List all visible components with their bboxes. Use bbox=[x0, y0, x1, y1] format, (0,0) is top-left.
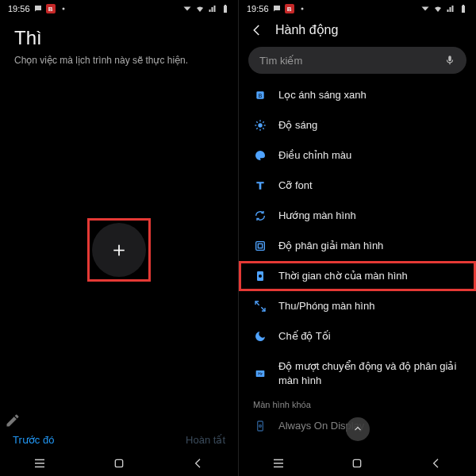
svg-line-17 bbox=[256, 121, 257, 122]
vowifi-icon bbox=[182, 4, 192, 13]
list-item-label: Thời gian chờ của màn hình bbox=[278, 269, 408, 283]
message-icon bbox=[33, 4, 43, 13]
vowifi-icon bbox=[420, 4, 430, 13]
svg-rect-1 bbox=[224, 6, 227, 13]
page-title: Thì bbox=[14, 27, 224, 49]
status-bar: 19:56 B bbox=[239, 0, 476, 17]
back-icon[interactable] bbox=[250, 23, 264, 37]
svg-line-20 bbox=[263, 121, 263, 122]
scroll-top-button[interactable] bbox=[346, 417, 370, 441]
home-button[interactable] bbox=[341, 457, 373, 470]
signal-icon bbox=[446, 4, 455, 13]
battery-icon bbox=[221, 4, 230, 13]
svg-point-24 bbox=[259, 274, 262, 278]
list-item-brightness[interactable]: Độ sáng bbox=[239, 110, 476, 140]
list-item-label: Điều chỉnh màu bbox=[278, 148, 351, 163]
search-placeholder: Tìm kiếm bbox=[259, 55, 302, 67]
list-item-label: Thu/Phóng màn hình bbox=[278, 299, 374, 313]
svg-point-12 bbox=[258, 123, 262, 127]
svg-line-19 bbox=[256, 128, 257, 129]
section-label-lockscreen: Màn hình khóa bbox=[239, 395, 476, 411]
back-button[interactable] bbox=[420, 457, 452, 470]
svg-line-25 bbox=[255, 301, 259, 305]
list-item-zoom[interactable]: Thu/Phóng màn hình bbox=[239, 291, 476, 321]
highlight-box bbox=[87, 218, 151, 282]
list-item-color[interactable]: Điều chỉnh màu bbox=[239, 140, 476, 171]
list-item-font[interactable]: Cỡ font bbox=[239, 171, 476, 201]
header: Hành động bbox=[239, 17, 476, 42]
svg-rect-2 bbox=[225, 5, 226, 6]
svg-rect-21 bbox=[256, 242, 265, 251]
list-item-label: Cỡ font bbox=[278, 178, 313, 193]
done-button[interactable]: Hoàn tất bbox=[186, 434, 225, 446]
list-item-label: Độ phân giải màn hình bbox=[278, 239, 383, 253]
palette-icon bbox=[253, 148, 267, 163]
timeout-icon bbox=[253, 269, 267, 283]
nav-bar bbox=[0, 451, 238, 476]
recents-button[interactable] bbox=[24, 456, 56, 470]
status-time: 19:56 bbox=[8, 4, 30, 13]
list-item-label: Lọc ánh sáng xanh bbox=[278, 88, 367, 102]
add-action-area: ＋ bbox=[0, 74, 238, 426]
list-item-motion[interactable]: Hz Độ mượt chuyển động và độ phân giải m… bbox=[239, 351, 476, 395]
app-badge-icon: B bbox=[285, 4, 294, 13]
wifi-icon bbox=[433, 4, 443, 13]
home-button[interactable] bbox=[103, 457, 135, 470]
recents-button[interactable] bbox=[263, 456, 294, 470]
svg-text:Hz: Hz bbox=[258, 372, 263, 376]
edit-icon[interactable] bbox=[5, 413, 21, 428]
svg-line-18 bbox=[263, 128, 263, 129]
svg-line-26 bbox=[261, 307, 265, 311]
svg-rect-34 bbox=[354, 459, 361, 466]
bottom-actions: Trước đó Hoàn tất bbox=[0, 426, 238, 451]
page-subtitle: Chọn việc mà lịch trình này sẽ thực hiện… bbox=[14, 54, 224, 67]
dot-icon bbox=[298, 4, 307, 13]
status-bar: 19:56 B bbox=[0, 0, 238, 17]
svg-rect-22 bbox=[258, 244, 262, 248]
action-list: B Lọc ánh sáng xanh Độ sáng Điều chỉnh m… bbox=[239, 80, 476, 451]
zoom-icon bbox=[253, 299, 267, 313]
list-item-orientation[interactable]: Hướng màn hình bbox=[239, 201, 476, 231]
prev-button[interactable]: Trước đó bbox=[13, 434, 54, 446]
rotate-icon bbox=[253, 209, 267, 223]
header-title: Hành động bbox=[275, 22, 338, 37]
list-item-label: Độ mượt chuyển động và độ phân giải màn … bbox=[278, 359, 462, 387]
list-item-darkmode[interactable]: Chế độ Tối bbox=[239, 321, 476, 351]
brightness-icon bbox=[253, 118, 267, 132]
list-item-label: Hướng màn hình bbox=[278, 209, 356, 223]
dot-icon bbox=[59, 4, 68, 13]
status-time: 19:56 bbox=[247, 4, 269, 13]
mic-icon[interactable] bbox=[444, 55, 455, 66]
svg-point-7 bbox=[301, 8, 303, 10]
search-input[interactable]: Tìm kiếm bbox=[248, 47, 466, 74]
nav-bar bbox=[239, 451, 476, 476]
list-item-resolution[interactable]: Độ phân giải màn hình bbox=[239, 231, 476, 261]
resolution-icon bbox=[253, 239, 267, 253]
moon-icon bbox=[253, 329, 267, 344]
bluelight-icon: B bbox=[253, 88, 267, 102]
back-button[interactable] bbox=[182, 457, 214, 470]
list-item-timeout[interactable]: Thời gian chờ của màn hình bbox=[239, 261, 476, 291]
list-item-bluelight[interactable]: B Lọc ánh sáng xanh bbox=[239, 80, 476, 110]
signal-icon bbox=[208, 4, 217, 13]
message-icon bbox=[272, 4, 282, 13]
svg-point-30 bbox=[259, 425, 262, 428]
svg-text:B: B bbox=[259, 93, 263, 98]
hz-icon: Hz bbox=[253, 367, 267, 381]
svg-rect-8 bbox=[462, 6, 465, 13]
right-screen: 19:56 B Hành động Tìm kiếm B Lọc án bbox=[238, 0, 476, 476]
wifi-icon bbox=[195, 4, 205, 13]
left-screen: 19:56 B Thì Chọn việc mà lịch trình này … bbox=[0, 0, 238, 476]
font-icon bbox=[253, 178, 267, 193]
svg-point-0 bbox=[62, 8, 64, 10]
list-item-label: Độ sáng bbox=[278, 118, 317, 132]
svg-rect-9 bbox=[463, 5, 464, 6]
aod-icon bbox=[253, 419, 267, 433]
svg-rect-29 bbox=[258, 421, 263, 431]
app-badge-icon: B bbox=[46, 4, 56, 13]
list-item-label: Chế độ Tối bbox=[278, 329, 331, 344]
svg-rect-6 bbox=[115, 459, 122, 466]
battery-icon bbox=[459, 4, 468, 13]
